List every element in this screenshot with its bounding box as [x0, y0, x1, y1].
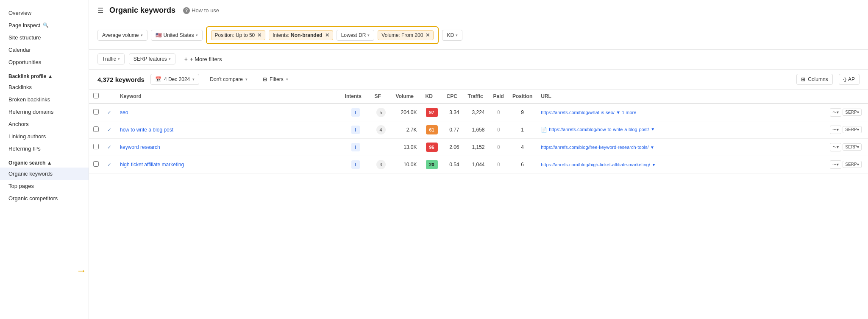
sidebar-item-label: Opportunities — [8, 59, 41, 65]
serp-features-dropdown[interactable]: SERP features ▾ — [129, 53, 175, 64]
trend-button[interactable]: 〜▾ — [830, 143, 841, 151]
row-checkbox[interactable] — [93, 126, 99, 132]
keyword-link[interactable]: seo — [120, 109, 128, 115]
cpc-cell: 2.06 — [442, 139, 464, 156]
sidebar-item-referring-domains[interactable]: Referring domains — [0, 106, 89, 118]
table-row: ✓ how to write a blog post I 4 2.7K 61 — [89, 121, 868, 139]
col-header-paid[interactable]: Paid — [489, 90, 508, 104]
sf-cell: 5 — [370, 104, 392, 121]
intent-badge: I — [351, 108, 360, 117]
close-icon[interactable]: ✕ — [257, 32, 262, 38]
filter-row2: Traffic ▾ SERP features ▾ + + More filte… — [89, 50, 868, 70]
sidebar-item-label: Page inspect — [8, 22, 40, 28]
sidebar-item-linking-authors[interactable]: Linking authors — [0, 130, 89, 143]
sidebar-item-label: Top pages — [8, 183, 34, 189]
trend-button[interactable]: 〜▾ — [830, 108, 841, 117]
url-link[interactable]: https://ahrefs.com/blog/what-is-seo/ — [541, 110, 615, 115]
kd-dropdown[interactable]: KD ▾ — [442, 30, 462, 41]
sidebar-item-overview[interactable]: Overview — [0, 7, 89, 19]
sidebar-item-backlinks[interactable]: Backlinks — [0, 81, 89, 93]
url-link[interactable]: https://ahrefs.com/blog/how-to-write-a-b… — [549, 127, 649, 132]
keyword-link[interactable]: high ticket affiliate marketing — [120, 162, 184, 168]
keyword-cell: how to write a blog post — [116, 121, 341, 139]
check-icon: ✓ — [107, 127, 111, 133]
trend-button[interactable]: 〜▾ — [830, 160, 841, 169]
col-header-position[interactable]: Position — [508, 90, 537, 104]
paid-cell: 0 — [489, 121, 508, 139]
filters-button[interactable]: ⊟ Filters ▾ — [258, 74, 293, 85]
sidebar-item-opportunities[interactable]: Opportunities — [0, 56, 89, 68]
row-checkbox-cell — [89, 156, 103, 173]
close-icon[interactable]: ✕ — [325, 32, 329, 38]
sidebar-item-top-pages[interactable]: Top pages — [0, 180, 89, 192]
api-button[interactable]: {} AP — [839, 74, 860, 85]
col-header-sf[interactable]: SF — [370, 90, 392, 104]
col-header-kd[interactable]: KD — [421, 90, 442, 104]
actions-cell: 〜▾ SERP▾ — [826, 139, 868, 156]
caret-down-icon: ▾ — [169, 57, 171, 61]
sidebar-section-backlink[interactable]: Backlink profile ▲ — [0, 68, 89, 81]
col-header-intents[interactable]: Intents — [341, 90, 370, 104]
intent-badge: I — [351, 160, 360, 169]
volume-filter-chip: Volume: From 200 ✕ — [378, 30, 434, 40]
keyword-link[interactable]: how to write a blog post — [120, 127, 173, 133]
table-header-row: Keyword Intents SF Volume KD C — [89, 90, 868, 104]
row-checkbox-cell — [89, 139, 103, 156]
sidebar-item-site-structure[interactable]: Site structure — [0, 31, 89, 44]
sidebar-item-referring-ips[interactable]: Referring IPs — [0, 143, 89, 155]
serp-button[interactable]: SERP▾ — [843, 109, 861, 116]
col-header-traffic[interactable]: Traffic — [464, 90, 489, 104]
date-picker-button[interactable]: 📅 4 Dec 2024 ▾ — [150, 74, 199, 85]
kd-badge: 97 — [426, 108, 438, 117]
select-all-checkbox[interactable] — [93, 93, 99, 98]
sidebar-item-page-inspect[interactable]: Page inspect 🔍 — [0, 19, 89, 31]
cpc-cell: 0.54 — [442, 156, 464, 173]
traffic-cell: 3,224 — [464, 104, 489, 121]
avg-volume-dropdown[interactable]: Average volume ▾ — [97, 30, 147, 41]
url-more-link[interactable]: ▼ 1 more — [616, 110, 636, 115]
sidebar-item-organic-keywords[interactable]: Organic keywords — [0, 168, 89, 180]
hamburger-icon[interactable]: ☰ — [97, 6, 103, 14]
compare-button[interactable]: Don't compare ▾ — [205, 74, 252, 85]
actions-cell: 〜▾ SERP▾ — [826, 121, 868, 139]
url-cell: https://ahrefs.com/blog/high-ticket-affi… — [537, 156, 826, 173]
arrow-indicator: → — [76, 265, 86, 277]
caret-down-icon: ▾ — [245, 77, 248, 81]
lowest-dr-dropdown[interactable]: Lowest DR ▾ — [337, 30, 375, 41]
sidebar-item-label: Overview — [8, 10, 31, 16]
kd-cell: 61 — [421, 121, 442, 139]
sidebar-item-anchors[interactable]: Anchors — [0, 118, 89, 130]
trend-button[interactable]: 〜▾ — [830, 126, 841, 134]
keyword-link[interactable]: keyword research — [120, 144, 160, 150]
more-filters-button[interactable]: + + More filters — [180, 53, 227, 65]
close-icon[interactable]: ✕ — [426, 32, 430, 38]
col-header-url[interactable]: URL — [537, 90, 826, 104]
country-dropdown[interactable]: 🇺🇸 United States ▾ — [151, 30, 203, 41]
row-checkbox[interactable] — [93, 161, 99, 167]
serp-button[interactable]: SERP▾ — [843, 143, 861, 151]
volume-cell: 204.0K — [392, 104, 421, 121]
sidebar-item-calendar[interactable]: Calendar — [0, 44, 89, 56]
col-header-cpc[interactable]: CPC — [442, 90, 464, 104]
intent-badge: I — [351, 126, 360, 134]
caret-down-icon: ▼ — [651, 162, 656, 167]
help-circle-icon: ? — [183, 7, 190, 14]
sf-cell — [370, 139, 392, 156]
sidebar-item-label: Calendar — [8, 47, 31, 53]
sidebar-item-organic-competitors[interactable]: Organic competitors — [0, 192, 89, 204]
url-link[interactable]: https://ahrefs.com/blog/high-ticket-affi… — [541, 162, 650, 167]
serp-button[interactable]: SERP▾ — [843, 126, 861, 133]
col-header-keyword[interactable]: Keyword — [116, 90, 341, 104]
row-checkbox[interactable] — [93, 109, 99, 115]
plus-icon: + — [184, 56, 188, 62]
traffic-dropdown[interactable]: Traffic ▾ — [97, 53, 125, 64]
how-to-use-button[interactable]: ? How to use — [183, 7, 219, 14]
row-checkbox[interactable] — [93, 144, 99, 149]
serp-button[interactable]: SERP▾ — [843, 161, 861, 168]
sidebar-item-broken-backlinks[interactable]: Broken backlinks — [0, 93, 89, 106]
intents-cell: I — [341, 156, 370, 173]
col-header-volume[interactable]: Volume — [392, 90, 421, 104]
columns-button[interactable]: ⊞ Columns — [796, 74, 832, 85]
url-link[interactable]: https://ahrefs.com/blog/free-keyword-res… — [541, 145, 648, 150]
sidebar-section-organic[interactable]: Organic search ▲ — [0, 155, 89, 168]
